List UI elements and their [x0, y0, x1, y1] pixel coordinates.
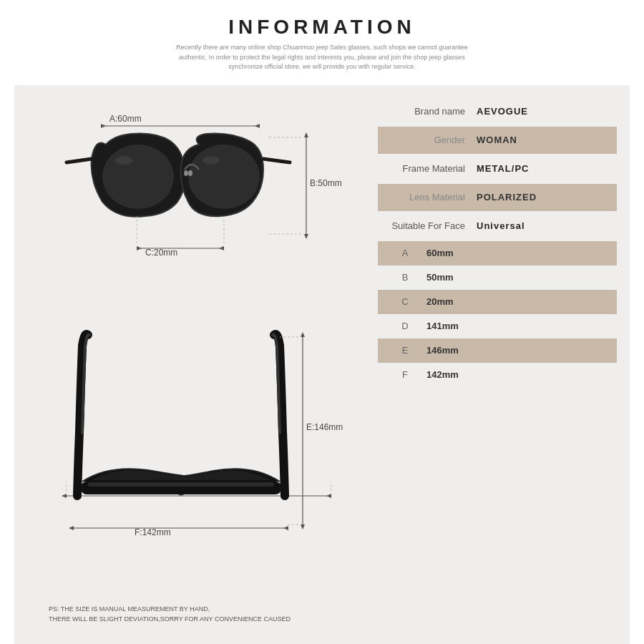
frame-row: Frame Material METAL/PC	[378, 155, 617, 182]
svg-point-12	[203, 156, 220, 165]
dim-row-a: A60mm	[378, 241, 617, 265]
page-title: INFORMATION	[172, 16, 472, 39]
dim-row-e: E146mm	[378, 338, 617, 363]
svg-point-11	[188, 145, 260, 209]
header-section: INFORMATION Recently there are many onli…	[172, 0, 472, 78]
dim-c-text: C:20mm	[145, 248, 177, 258]
dim-key-b: B	[384, 272, 426, 283]
brand-row: Brand name AEVOGUE	[378, 98, 617, 125]
lens-value: POLARIZED	[477, 192, 537, 203]
brand-value: AEVOGUE	[477, 106, 528, 117]
face-label: Suitable For Face	[384, 220, 477, 231]
dim-key-a: A	[384, 248, 426, 258]
svg-marker-25	[301, 332, 305, 337]
svg-point-10	[115, 156, 132, 165]
footer-note: PS: THE SIZE IS MANUAL MEASUREMENT BY HA…	[49, 600, 291, 624]
svg-marker-28	[69, 526, 74, 530]
right-panel: Brand name AEVOGUE Gender WOMAN Frame Ma…	[371, 98, 617, 632]
frame-label: Frame Material	[384, 163, 477, 174]
svg-rect-35	[88, 482, 274, 487]
svg-marker-5	[304, 234, 308, 239]
dim-key-e: E	[384, 345, 426, 356]
svg-marker-4	[304, 132, 308, 137]
dim-val-c: 20mm	[426, 296, 454, 307]
dim-key-c: C	[384, 296, 426, 307]
lens-row: Lens Material POLARIZED	[378, 184, 617, 211]
face-value: Universal	[477, 220, 525, 231]
svg-marker-1	[101, 124, 106, 128]
lens-label: Lens Material	[384, 192, 477, 203]
dim-val-a: 60mm	[426, 248, 454, 258]
brand-label: Brand name	[384, 106, 477, 117]
dim-e-text: E:146mm	[306, 422, 343, 432]
face-row: Suitable For Face Universal	[378, 213, 617, 240]
svg-marker-29	[283, 526, 288, 530]
dim-row-d: D141mm	[378, 314, 617, 338]
svg-point-16	[188, 170, 192, 176]
dim-key-f: F	[384, 369, 426, 380]
svg-marker-2	[255, 124, 260, 128]
svg-point-9	[102, 145, 174, 209]
dim-a-text: A:60mm	[109, 114, 142, 124]
dim-row-c: C20mm	[378, 290, 617, 314]
main-content: A:60mm B:50mm C:20mm	[14, 85, 630, 645]
glasses-front-svg: A:60mm B:50mm C:20mm	[52, 109, 360, 266]
dim-key-d: D	[384, 321, 426, 331]
gender-row: Gender WOMAN	[378, 127, 617, 154]
dim-val-e: 146mm	[426, 345, 459, 356]
dim-f-text: F:142mm	[135, 527, 171, 537]
dim-val-d: 141mm	[426, 321, 459, 331]
dimension-rows: A60mmB50mmC20mmD141mmE146mmF142mm	[378, 241, 617, 387]
glasses-bottom-diagram: D:141mm E:146mm F:142mm	[49, 321, 364, 550]
dim-val-b: 50mm	[426, 272, 454, 283]
glasses-top-diagram: A:60mm B:50mm C:20mm	[49, 105, 364, 270]
frame-value: METAL/PC	[477, 163, 529, 174]
page-container: INFORMATION Recently there are many onli…	[0, 0, 644, 644]
left-panel: A:60mm B:50mm C:20mm	[27, 98, 371, 632]
svg-marker-23	[326, 494, 331, 498]
glasses-back-svg: D:141mm E:146mm F:142mm	[52, 324, 360, 546]
dim-b-text: B:50mm	[310, 178, 342, 188]
dim-row-f: F142mm	[378, 363, 617, 387]
header-subtitle: Recently there are many online shop Chua…	[172, 43, 472, 72]
svg-line-13	[67, 159, 92, 162]
svg-marker-7	[137, 246, 142, 250]
svg-marker-22	[62, 494, 67, 498]
gender-value: WOMAN	[477, 135, 517, 145]
dim-row-b: B50mm	[378, 265, 617, 290]
svg-marker-26	[301, 525, 305, 530]
gender-label: Gender	[384, 135, 477, 145]
svg-line-14	[263, 159, 290, 162]
svg-marker-8	[219, 246, 224, 250]
dim-val-f: 142mm	[426, 369, 459, 380]
svg-point-15	[184, 170, 188, 176]
